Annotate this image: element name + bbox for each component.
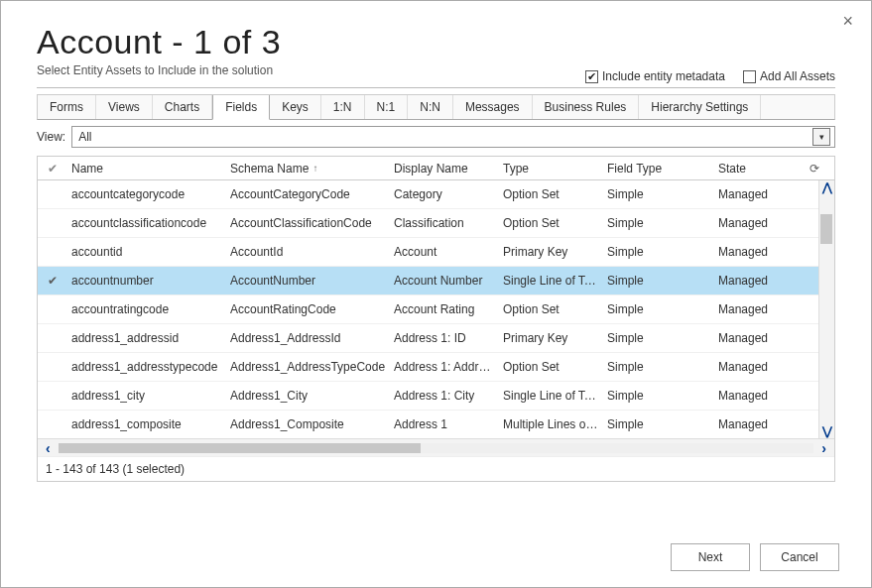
scroll-thumb[interactable] [820,214,832,244]
cell-type: Single Line of Text [499,274,603,288]
cell-field_type: Simple [603,360,714,374]
scroll-left-icon[interactable]: ‹ [46,440,51,456]
cell-name: address1_addressid [67,331,226,345]
table-row[interactable]: accountratingcodeAccountRatingCodeAccoun… [38,295,834,324]
table-row[interactable]: ✔accountnumberAccountNumberAccount Numbe… [38,267,834,295]
cell-display: Account Number [390,274,499,288]
cell-field_type: Simple [603,274,714,288]
include-metadata-checkbox[interactable]: Include entity metadata [585,69,725,83]
col-field-type[interactable]: Field Type [603,162,714,176]
tab-charts[interactable]: Charts [153,95,212,119]
cell-state: Managed [714,389,794,403]
add-all-assets-label: Add All Assets [760,69,835,83]
view-value: All [78,130,91,144]
cell-field_type: Simple [603,389,714,403]
select-all-checkbox[interactable]: ✔ [38,162,67,176]
cell-type: Option Set [499,360,603,374]
table-row[interactable]: accountclassificationcodeAccountClassifi… [38,209,834,238]
tab-n-1[interactable]: N:1 [365,95,409,119]
cell-state: Managed [714,216,794,230]
col-display[interactable]: Display Name [390,162,499,176]
cell-state: Managed [714,417,794,431]
cell-schema: AccountRatingCode [226,302,390,316]
grid-header: ✔ Name Schema Name↑ Display Name Type Fi… [38,157,834,180]
tab-forms[interactable]: Forms [38,95,96,119]
col-type[interactable]: Type [499,162,603,176]
scroll-thumb[interactable] [59,443,422,453]
tab-fields[interactable]: Fields [212,95,270,120]
table-row[interactable]: address1_cityAddress1_CityAddress 1: Cit… [38,382,834,411]
cell-field_type: Simple [603,331,714,345]
cancel-button[interactable]: Cancel [760,543,839,571]
tab-messages[interactable]: Messages [453,95,533,119]
cell-name: accountclassificationcode [67,216,226,230]
cell-display: Classification [390,216,499,230]
cell-name: accountid [67,245,226,259]
tabs-container: FormsViewsChartsFieldsKeys1:NN:1N:NMessa… [37,94,835,120]
chevron-down-icon[interactable]: ▾ [812,128,830,146]
cell-schema: AccountCategoryCode [226,187,390,201]
cell-type: Option Set [499,302,603,316]
col-schema[interactable]: Schema Name↑ [226,162,390,176]
cell-display: Address 1: Addr… [390,360,499,374]
cell-state: Managed [714,331,794,345]
row-checkbox[interactable]: ✔ [38,274,67,288]
cell-display: Address 1: ID [390,331,499,345]
scroll-up-icon[interactable]: ⋀ [820,180,834,194]
checkbox-icon [585,70,598,83]
cell-schema: Address1_City [226,389,390,403]
table-row[interactable]: address1_addresstypecodeAddress1_Address… [38,353,834,382]
cell-display: Address 1: City [390,389,499,403]
tab-views[interactable]: Views [96,95,153,119]
cell-schema: AccountNumber [226,274,390,288]
cell-name: accountratingcode [67,302,226,316]
table-row[interactable]: accountcategorycodeAccountCategoryCodeCa… [38,180,834,209]
sort-asc-icon: ↑ [312,163,317,174]
cell-schema: AccountClassificationCode [226,216,390,230]
view-select[interactable]: All ▾ [71,126,835,148]
scroll-track[interactable] [59,443,814,453]
cell-display: Category [390,187,499,201]
vertical-scrollbar[interactable]: ⋀ ⋁ [818,180,834,438]
include-metadata-label: Include entity metadata [602,69,725,83]
cell-state: Managed [714,245,794,259]
tab-1-n[interactable]: 1:N [321,95,365,119]
add-all-assets-checkbox[interactable]: Add All Assets [743,69,835,83]
cell-type: Primary Key [499,245,603,259]
table-row[interactable]: address1_compositeAddress1_CompositeAddr… [38,411,834,438]
view-label: View: [37,130,65,144]
checkbox-icon [743,70,756,83]
cell-state: Managed [714,274,794,288]
page-title: Account - 1 of 3 [37,23,835,61]
tab-hierarchy-settings[interactable]: Hierarchy Settings [639,95,761,119]
col-name[interactable]: Name [67,162,226,176]
close-icon[interactable]: × [842,11,853,32]
tab-keys[interactable]: Keys [270,95,321,119]
next-button[interactable]: Next [671,543,750,571]
cell-name: address1_city [67,389,226,403]
cell-schema: AccountId [226,245,390,259]
cell-state: Managed [714,302,794,316]
table-row[interactable]: accountidAccountIdAccountPrimary KeySimp… [38,238,834,267]
grid: ✔ Name Schema Name↑ Display Name Type Fi… [37,156,835,482]
horizontal-scrollbar[interactable]: ‹ › [38,438,834,456]
cell-name: address1_addresstypecode [67,360,226,374]
cell-type: Multiple Lines of… [499,417,603,431]
tab-n-n[interactable]: N:N [408,95,453,119]
cell-schema: Address1_AddressId [226,331,390,345]
tab-business-rules[interactable]: Business Rules [533,95,640,119]
cell-state: Managed [714,187,794,201]
cell-display: Address 1 [390,417,499,431]
table-row[interactable]: address1_addressidAddress1_AddressIdAddr… [38,324,834,353]
grid-body: accountcategorycodeAccountCategoryCodeCa… [38,180,834,438]
cell-field_type: Simple [603,302,714,316]
cell-type: Primary Key [499,331,603,345]
cell-field_type: Simple [603,245,714,259]
refresh-icon[interactable]: ⟳ [806,162,821,176]
scroll-right-icon[interactable]: › [821,440,826,456]
col-state[interactable]: State [714,162,806,176]
cell-name: accountcategorycode [67,187,226,201]
cell-field_type: Simple [603,187,714,201]
cell-field_type: Simple [603,216,714,230]
scroll-down-icon[interactable]: ⋁ [820,424,834,438]
